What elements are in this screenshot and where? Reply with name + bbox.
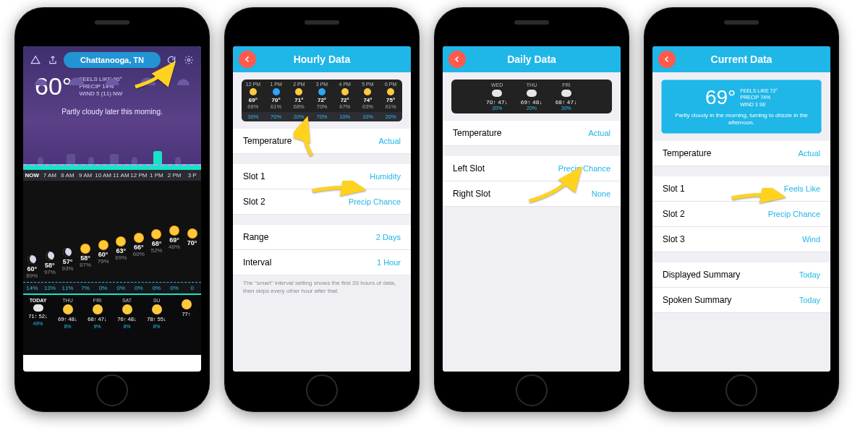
setting-row[interactable]: TemperatureActual	[443, 121, 621, 146]
preview-summary: Partly cloudy in the morning, turning to…	[668, 112, 815, 127]
setting-row[interactable]: TemperatureActual	[233, 129, 411, 154]
daily-item[interactable]: SU78↑ 55↓8%	[142, 295, 171, 356]
hourly-col: 2 PM71°68%	[287, 80, 310, 112]
page-title: Daily Data	[507, 53, 556, 65]
sun-icon	[341, 88, 349, 95]
sun-icon	[188, 229, 197, 238]
setting-row[interactable]: Left SlotPrecip Chance	[443, 156, 621, 181]
hour-labels-row[interactable]: NOW7 AM8 AM9 AM10 AM11 AM12 PM1 PM2 PM3 …	[23, 170, 201, 181]
setting-row[interactable]: Slot 1Feels Like	[652, 176, 830, 202]
setting-row[interactable]: Interval1 Hour	[233, 250, 411, 275]
sun-icon	[152, 304, 162, 314]
setting-value: None	[592, 189, 610, 198]
setting-row[interactable]: Displayed SummaryToday	[652, 262, 830, 288]
preview-temp: 69°	[705, 86, 736, 109]
hour-label: 12 PM	[130, 170, 148, 181]
daily-item[interactable]: SAT76↑ 48↓8%	[112, 295, 142, 356]
moon-icon	[46, 252, 54, 260]
setting-value: Actual	[798, 149, 820, 158]
daily-col: THU69↑ 48↓20%	[521, 82, 542, 111]
precip-row: 14%13%11%7%0%0%0%0%0%0	[23, 282, 201, 293]
daily-item[interactable]: TODAY71↑ 52↓49%	[23, 295, 53, 356]
hourly-item[interactable]: 60°89%	[23, 181, 41, 282]
setting-row[interactable]: Range2 Days	[233, 225, 411, 250]
sun-icon	[135, 233, 143, 242]
hourly-forecast[interactable]: 60°89%58°97%57°93%58°87%60°79%63°69%66°6…	[23, 181, 201, 282]
gear-icon[interactable]	[182, 53, 195, 67]
hourly-item[interactable]: 58°97%	[41, 181, 59, 282]
back-button[interactable]	[448, 51, 466, 68]
setting-row[interactable]: Slot 3Wind	[652, 227, 830, 252]
setting-label: Slot 1	[243, 171, 265, 181]
sun-icon	[364, 88, 371, 95]
page-title: Current Data	[711, 53, 773, 65]
setting-row[interactable]: Spoken SummaryToday	[652, 288, 830, 313]
setting-row[interactable]: Slot 2Precip Chance	[233, 189, 411, 215]
back-button[interactable]	[239, 51, 256, 68]
sun-icon	[295, 88, 302, 95]
cloud-icon	[33, 304, 43, 312]
setting-label: Displayed Summary	[663, 270, 740, 280]
share-icon[interactable]	[46, 53, 59, 67]
setting-row[interactable]: Right SlotNone	[443, 181, 621, 207]
setting-value: Wind	[802, 235, 820, 244]
hour-label: 7 AM	[41, 170, 59, 181]
sun-icon	[170, 226, 179, 235]
setting-value: Actual	[588, 129, 610, 137]
hourly-item[interactable]: 69°48%	[166, 181, 184, 282]
screen-weather-home: Chattanooga, TN 60° FEELS LIKE 60° PRECI…	[23, 46, 201, 372]
hour-label: NOW	[23, 170, 41, 181]
sun-icon	[387, 88, 394, 95]
daily-item[interactable]: 77↑	[171, 295, 201, 356]
setting-value: Feels Like	[784, 184, 820, 193]
hourly-item[interactable]: 70°	[183, 181, 201, 282]
hour-label: 1 PM	[148, 170, 166, 181]
setting-value: 1 Hour	[377, 258, 401, 267]
interval-footnote: The "smart" interval setting shows the f…	[233, 275, 411, 300]
hour-label: 3 P	[183, 170, 201, 181]
daily-item[interactable]: FRI68↑ 47↓9%	[82, 295, 112, 356]
daily-forecast[interactable]: TODAY71↑ 52↓49%THU69↑ 48↓8%FRI68↑ 47↓9%S…	[23, 293, 201, 356]
warning-icon[interactable]	[29, 53, 42, 67]
setting-value: Actual	[378, 137, 401, 145]
setting-label: Temperature	[663, 148, 711, 158]
cloud-icon	[561, 90, 571, 97]
sun-icon	[99, 241, 108, 249]
hourly-item[interactable]: 58°87%	[77, 181, 95, 282]
hourly-col: 5 PM74°63%	[357, 80, 380, 112]
setting-row[interactable]: Slot 1Humidity	[233, 164, 411, 189]
hourly-item[interactable]: 66°60%	[130, 181, 148, 282]
preview-feels: FEELS LIKE 72°	[740, 87, 778, 94]
setting-value: 2 Days	[376, 233, 401, 241]
sun-icon	[81, 244, 90, 253]
hourly-item[interactable]: 57°93%	[59, 181, 77, 282]
hourly-item[interactable]: 68°52%	[148, 181, 166, 282]
setting-value: Precip Chance	[558, 164, 610, 173]
sun-icon	[93, 304, 103, 314]
hour-label: 11 AM	[112, 170, 130, 181]
back-button[interactable]	[658, 51, 676, 68]
cloud-icon	[527, 90, 537, 97]
preview-wind: WIND 3 SE	[740, 101, 778, 108]
screen-daily-data: Daily Data WED70↑ 47↓20%THU69↑ 48↓20%FRI…	[443, 46, 621, 372]
sun-icon	[116, 237, 125, 246]
refresh-icon[interactable]	[165, 53, 178, 67]
setting-value: Precip Chance	[349, 197, 401, 206]
location-pill[interactable]: Chattanooga, TN	[64, 52, 161, 68]
setting-value: Precip Chance	[768, 210, 820, 218]
rain-icon	[318, 88, 326, 95]
daily-col: FRI68↑ 47↓30%	[556, 82, 577, 111]
setting-row[interactable]: TemperatureActual	[652, 141, 830, 166]
daily-item[interactable]: THU69↑ 48↓8%	[53, 295, 82, 356]
hourly-item[interactable]: 63°69%	[112, 181, 130, 282]
screen-hourly-data: Hourly Data 12 PM69°68%1 PM70°61%2 PM71°…	[233, 46, 411, 372]
setting-label: Left Slot	[453, 163, 485, 173]
hour-label: 2 PM	[166, 170, 184, 181]
phone-3: Daily Data WED70↑ 47↓20%THU69↑ 48↓20%FRI…	[434, 7, 629, 412]
current-preview: 69° FEELS LIKE 72° PRECIP 74% WIND 3 SE …	[661, 80, 822, 134]
hourly-item[interactable]: 60°79%	[94, 181, 112, 282]
rain-icon	[273, 88, 280, 95]
daily-col: WED70↑ 47↓20%	[486, 82, 508, 111]
setting-row[interactable]: Slot 2Precip Chance	[652, 202, 830, 227]
page-title: Hourly Data	[294, 53, 351, 65]
